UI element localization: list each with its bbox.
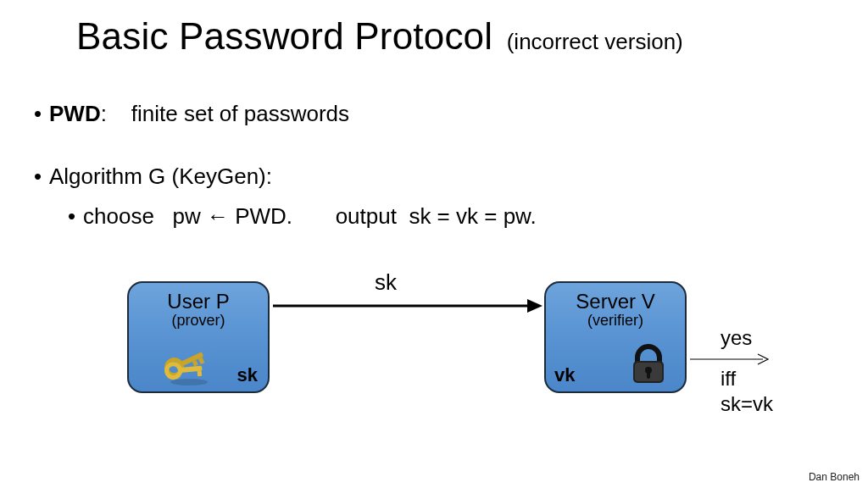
result-yes: yes	[721, 325, 752, 351]
bullet-list: •PWD: finite set of passwords •Algorithm…	[34, 93, 834, 231]
server-title: Server V	[546, 290, 685, 313]
title-sub: (incorrect version)	[507, 29, 683, 54]
protocol-diagram: User P (prover) sk Server V (verifier)	[127, 281, 754, 434]
result-iff: iff sk=vk	[721, 366, 773, 417]
slide-credit: Dan Boneh	[809, 471, 860, 483]
svg-rect-11	[647, 372, 650, 379]
bullet-algorithm-sub: •choose pw ← PWD. output sk = vk = pw.	[68, 201, 834, 231]
bullet-pwd-rest: : finite set of passwords	[101, 101, 349, 126]
server-box: Server V (verifier) vk	[544, 281, 687, 393]
user-key-label: sk	[237, 364, 258, 386]
bullet-algorithm: •Algorithm G (KeyGen):	[34, 161, 834, 191]
user-box: User P (prover) sk	[127, 281, 270, 393]
svg-marker-13	[527, 299, 542, 313]
title-main: Basic Password Protocol	[76, 15, 492, 57]
bullet-algorithm-sub-text: choose pw ← PWD. output sk = vk = pw.	[83, 203, 537, 229]
svg-rect-7	[198, 371, 203, 376]
lock-icon	[627, 344, 670, 386]
arrow-sk-label: sk	[375, 269, 397, 296]
bullet-algorithm-text: Algorithm G (KeyGen):	[49, 164, 272, 189]
svg-point-0	[170, 379, 208, 385]
bullet-pwd: •PWD: finite set of passwords	[34, 98, 834, 129]
server-subtitle: (verifier)	[546, 312, 685, 330]
user-title: User P	[129, 290, 268, 313]
arrow-sk	[273, 297, 542, 315]
arrow-result	[690, 352, 771, 366]
server-key-label: vk	[554, 364, 575, 386]
slide-title: Basic Password Protocol (incorrect versi…	[76, 15, 834, 58]
keys-icon	[159, 344, 219, 386]
user-subtitle: (prover)	[129, 312, 268, 330]
bullet-pwd-label: PWD	[49, 101, 101, 126]
